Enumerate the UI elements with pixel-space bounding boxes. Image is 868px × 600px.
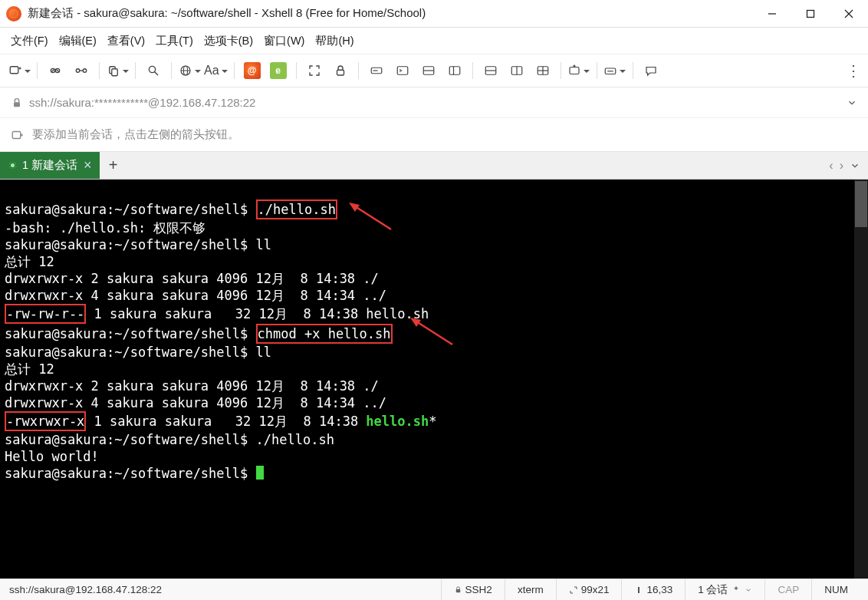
close-button[interactable] [830,0,868,28]
reconnect-button[interactable] [70,59,93,82]
resize-icon [569,585,578,595]
chat-button[interactable] [639,59,663,82]
horizontal-split-button[interactable] [479,59,502,82]
svg-rect-44 [455,589,460,592]
tab-strip: 1 新建会话 × + ‹ › [0,152,868,180]
svg-rect-12 [111,69,117,76]
separator [37,62,38,79]
menu-tools[interactable]: 工具(T) [156,34,193,48]
tab-prev-button[interactable]: ‹ [829,159,833,173]
grid-split-button[interactable] [531,59,554,82]
menu-file[interactable]: 文件(F) [11,34,48,48]
scrollbar-thumb[interactable] [855,181,867,227]
terminal[interactable]: sakura@sakura:~/software/shell$ ./hello.… [0,180,854,579]
disconnect-button[interactable] [44,59,67,82]
status-sessions: 1 会话 [685,579,764,600]
svg-rect-39 [12,131,21,138]
lock-icon [11,97,23,109]
separator [472,62,473,79]
separator [234,62,235,79]
svg-point-13 [149,66,155,72]
separator [633,62,633,79]
cursor-pos-icon [634,585,643,595]
scrollbar[interactable] [854,180,868,579]
xftp-icon[interactable]: e [267,59,290,82]
separator [99,62,100,79]
minimize-button[interactable] [753,0,791,28]
lock-icon [454,585,462,594]
app-icon [6,6,21,21]
menu-bar: 文件(F) 编辑(E) 查看(V) 工具(T) 选项卡(B) 窗口(W) 帮助(… [0,28,868,54]
status-cursor-pos: 16,33 [621,579,685,600]
separator [171,62,172,79]
find-button[interactable] [142,59,165,82]
chevron-down-icon[interactable] [847,97,857,108]
svg-line-40 [355,206,391,229]
new-session-button[interactable] [8,59,31,82]
cursor-icon [256,466,264,480]
toolbar: Aa @ e ⋮ [0,54,868,87]
svg-marker-43 [410,318,421,327]
send-key-button[interactable] [603,59,626,82]
svg-rect-18 [337,70,344,75]
status-cap: CAP [764,579,811,600]
vertical-split-button[interactable] [505,59,528,82]
new-tab-button[interactable]: + [100,152,127,179]
svg-line-42 [416,321,452,345]
separator [358,62,359,79]
separator [135,62,136,79]
terminal-area: sakura@sakura:~/software/shell$ ./hello.… [0,180,868,579]
highlight-box: -rwxrwxr-x [5,411,86,431]
toolbar-overflow-icon[interactable]: ⋮ [846,61,860,80]
session-pane-button[interactable] [443,59,466,82]
maximize-button[interactable] [791,0,830,28]
menu-window[interactable]: 窗口(W) [264,34,304,48]
address-bar[interactable]: ssh://sakura:************@192.168.47.128… [0,87,868,118]
connection-dot-icon [9,162,16,169]
status-size: 99x21 [556,579,622,600]
encoding-button[interactable] [178,59,201,82]
separator [296,62,297,79]
status-protocol: SSH2 [441,579,505,600]
window-controls [753,0,868,28]
svg-rect-24 [449,67,460,75]
separator [561,62,561,79]
lock-button[interactable] [329,59,352,82]
tab-arrange-button[interactable] [567,59,590,82]
svg-rect-33 [570,68,579,74]
chevron-down-icon[interactable] [745,586,752,594]
annotation-arrow-icon [410,318,456,348]
status-num: NUM [811,579,860,600]
annotation-arrow-icon [349,203,395,233]
font-button[interactable]: Aa [204,59,228,82]
tab-nav: ‹ › [829,152,868,179]
copy-paste-button[interactable] [106,59,129,82]
separator [597,62,597,79]
svg-rect-1 [807,10,814,17]
menu-edit[interactable]: 编辑(E) [59,34,97,48]
tunneling-pane-button[interactable] [417,59,440,82]
status-address: ssh://sakura@192.168.47.128:22 [8,579,441,600]
tab-close-button[interactable]: × [84,157,92,173]
session-tab[interactable]: 1 新建会话 × [0,152,100,179]
svg-rect-21 [397,67,408,75]
hint-bar: 要添加当前会话，点击左侧的箭头按钮。 [0,118,868,152]
quick-commands-button[interactable] [391,59,414,82]
tab-list-chevron-icon[interactable] [850,160,860,171]
add-session-arrow-icon[interactable] [11,128,25,142]
plus-up-icon[interactable] [731,585,741,595]
svg-rect-45 [638,587,639,593]
menu-help[interactable]: 帮助(H) [315,34,353,48]
highlight-box: -rw-rw-r-- [5,304,86,324]
xshell-icon[interactable]: @ [241,59,264,82]
status-term-type: xterm [505,579,556,600]
tab-next-button[interactable]: › [840,159,843,173]
menu-view[interactable]: 查看(V) [107,34,145,48]
title-bar: 新建会话 - sakura@sakura: ~/software/shell -… [0,0,868,28]
menu-tab[interactable]: 选项卡(B) [204,34,253,48]
compose-bar-button[interactable] [365,59,388,82]
fullscreen-button[interactable] [303,59,326,82]
address-text: ssh://sakura:************@192.168.47.128… [29,96,255,109]
window-title: 新建会话 - sakura@sakura: ~/software/shell -… [28,6,426,21]
svg-marker-41 [349,203,360,212]
